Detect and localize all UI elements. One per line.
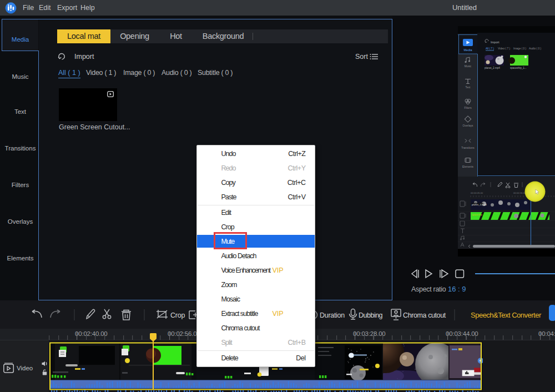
svg-text:Audio ( 0 ): Audio ( 0 ) bbox=[529, 47, 542, 50]
svg-text:spaceship: spaceship bbox=[472, 213, 483, 216]
svg-text:00:00:16.00: 00:00:16.00 bbox=[513, 192, 526, 194]
svg-text:Text: Text bbox=[466, 86, 471, 89]
svg-text:planet_2.mp4: planet_2.mp4 bbox=[485, 67, 500, 69]
svg-text:Import: Import bbox=[491, 41, 500, 44]
svg-text:planet_1.mp4: planet_1.mp4 bbox=[472, 203, 487, 206]
svg-text:Video ( 7 ): Video ( 7 ) bbox=[498, 47, 510, 50]
svg-text:All ( 7 ): All ( 7 ) bbox=[486, 47, 495, 50]
svg-text:Chroma cutout: Chroma cutout bbox=[403, 311, 446, 319]
svg-text:Image ( 0 ): Image ( 0 ) bbox=[513, 47, 527, 50]
svg-text:00:00:05.00: 00:00:05.00 bbox=[471, 192, 483, 194]
svg-text:Music: Music bbox=[465, 65, 472, 68]
svg-text:Transitions: Transitions bbox=[461, 147, 475, 149]
svg-text:Speech&Text Converter: Speech&Text Converter bbox=[471, 311, 542, 319]
svg-text:Duration: Duration bbox=[320, 311, 345, 319]
svg-text:Dubbing: Dubbing bbox=[359, 311, 383, 319]
svg-text:Crop: Crop bbox=[170, 311, 185, 319]
svg-text:Elements: Elements bbox=[462, 165, 474, 168]
svg-text:Overlays: Overlays bbox=[463, 124, 474, 127]
svg-text:Media: Media bbox=[464, 48, 473, 52]
svg-text:Filters: Filters bbox=[464, 107, 472, 109]
svg-text:spaceship_1...: spaceship_1... bbox=[510, 67, 527, 69]
